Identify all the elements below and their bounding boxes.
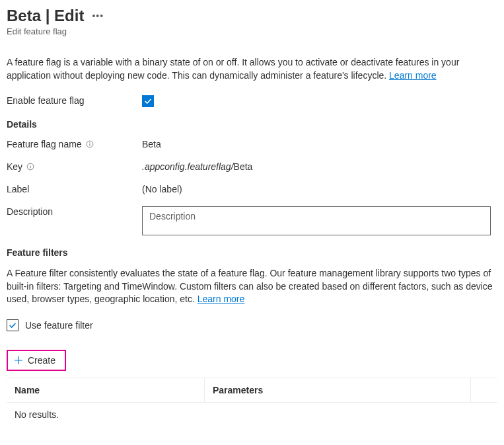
filters-desc: A Feature filter consistently evaluates … [7,267,497,306]
use-filter-checkbox[interactable] [7,319,18,331]
flag-name-value: Beta [142,139,161,149]
create-label: Create [28,355,55,366]
description-input[interactable] [142,206,491,235]
more-options-icon[interactable]: ••• [92,11,104,21]
enable-flag-label: Enable feature flag [7,95,142,106]
key-name: Beta [234,161,253,172]
info-icon[interactable] [86,140,94,148]
no-results-text: No results. [7,403,497,426]
details-section-title: Details [7,119,497,130]
page-subtitle: Edit feature flag [7,26,497,36]
checkmark-icon [8,321,17,330]
label-value: (No label) [142,184,182,194]
svg-point-1 [89,142,90,143]
filters-table: Name Parameters No results. [7,378,497,426]
intro-text: A feature flag is a variable with a bina… [7,56,497,82]
key-label: Key [7,161,22,172]
use-filter-label: Use feature filter [25,320,93,331]
svg-point-4 [30,165,31,165]
enable-flag-checkbox[interactable] [142,95,154,107]
checkmark-icon [143,97,153,106]
col-actions-header [471,378,497,402]
intro-learn-more-link[interactable]: Learn more [389,70,437,81]
filters-section-title: Feature filters [7,247,497,258]
create-filter-button[interactable]: Create [7,350,66,371]
table-header-row: Name Parameters [7,378,497,403]
description-label: Description [7,206,142,217]
col-params-header[interactable]: Parameters [205,378,471,402]
filters-body: A Feature filter consistently evaluates … [7,268,493,304]
col-name-header[interactable]: Name [7,378,205,402]
page-title: Beta | Edit [7,7,84,25]
filters-learn-more-link[interactable]: Learn more [198,294,245,304]
flag-name-label: Feature flag name [7,139,82,149]
svg-rect-5 [30,166,31,168]
info-icon[interactable] [26,163,34,171]
key-prefix: .appconfig.featureflag/ [142,161,234,172]
key-value: .appconfig.featureflag/Beta [142,161,252,172]
label-label: Label [7,184,142,194]
plus-icon [13,355,24,366]
svg-rect-2 [89,143,90,145]
